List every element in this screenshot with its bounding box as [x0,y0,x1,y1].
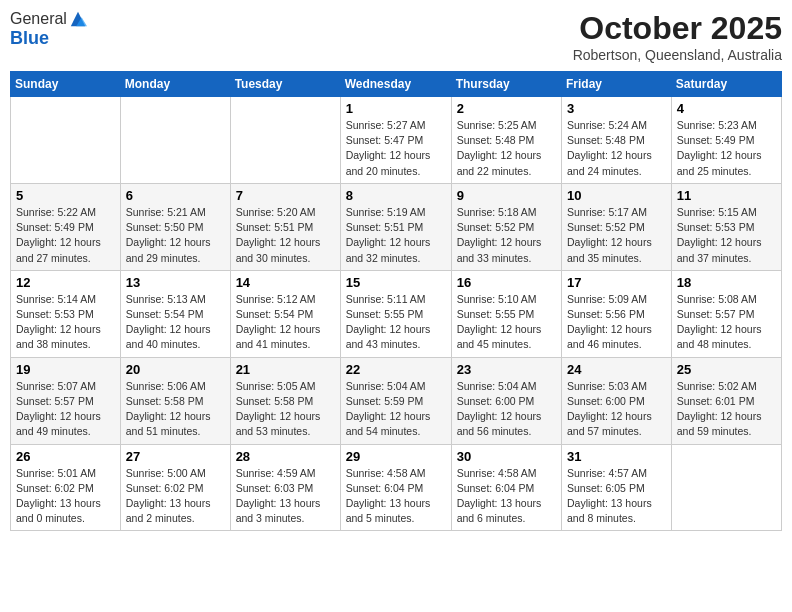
calendar-cell: 11Sunrise: 5:15 AM Sunset: 5:53 PM Dayli… [671,183,781,270]
day-number: 27 [126,449,225,464]
day-info: Sunrise: 4:59 AM Sunset: 6:03 PM Dayligh… [236,466,335,527]
day-number: 24 [567,362,666,377]
calendar-cell: 10Sunrise: 5:17 AM Sunset: 5:52 PM Dayli… [562,183,672,270]
calendar-cell: 1Sunrise: 5:27 AM Sunset: 5:47 PM Daylig… [340,97,451,184]
calendar-cell [11,97,121,184]
calendar-cell: 8Sunrise: 5:19 AM Sunset: 5:51 PM Daylig… [340,183,451,270]
day-number: 20 [126,362,225,377]
day-number: 6 [126,188,225,203]
day-info: Sunrise: 5:04 AM Sunset: 5:59 PM Dayligh… [346,379,446,440]
calendar-cell: 18Sunrise: 5:08 AM Sunset: 5:57 PM Dayli… [671,270,781,357]
page-header: General Blue October 2025 Robertson, Que… [10,10,782,63]
calendar-cell: 7Sunrise: 5:20 AM Sunset: 5:51 PM Daylig… [230,183,340,270]
weekday-header-thursday: Thursday [451,72,561,97]
day-info: Sunrise: 5:23 AM Sunset: 5:49 PM Dayligh… [677,118,776,179]
day-number: 31 [567,449,666,464]
calendar-week-row: 5Sunrise: 5:22 AM Sunset: 5:49 PM Daylig… [11,183,782,270]
calendar-cell: 30Sunrise: 4:58 AM Sunset: 6:04 PM Dayli… [451,444,561,531]
day-number: 15 [346,275,446,290]
calendar-cell: 6Sunrise: 5:21 AM Sunset: 5:50 PM Daylig… [120,183,230,270]
calendar-cell: 28Sunrise: 4:59 AM Sunset: 6:03 PM Dayli… [230,444,340,531]
calendar-cell: 25Sunrise: 5:02 AM Sunset: 6:01 PM Dayli… [671,357,781,444]
day-info: Sunrise: 5:09 AM Sunset: 5:56 PM Dayligh… [567,292,666,353]
calendar-cell: 23Sunrise: 5:04 AM Sunset: 6:00 PM Dayli… [451,357,561,444]
day-number: 11 [677,188,776,203]
day-number: 19 [16,362,115,377]
day-info: Sunrise: 5:20 AM Sunset: 5:51 PM Dayligh… [236,205,335,266]
day-number: 18 [677,275,776,290]
day-info: Sunrise: 5:13 AM Sunset: 5:54 PM Dayligh… [126,292,225,353]
day-number: 3 [567,101,666,116]
day-info: Sunrise: 5:10 AM Sunset: 5:55 PM Dayligh… [457,292,556,353]
logo: General Blue [10,10,87,49]
calendar-cell: 5Sunrise: 5:22 AM Sunset: 5:49 PM Daylig… [11,183,121,270]
calendar-cell: 2Sunrise: 5:25 AM Sunset: 5:48 PM Daylig… [451,97,561,184]
weekday-header-saturday: Saturday [671,72,781,97]
weekday-header-monday: Monday [120,72,230,97]
day-info: Sunrise: 5:25 AM Sunset: 5:48 PM Dayligh… [457,118,556,179]
calendar-cell [230,97,340,184]
calendar-cell: 24Sunrise: 5:03 AM Sunset: 6:00 PM Dayli… [562,357,672,444]
calendar-cell: 16Sunrise: 5:10 AM Sunset: 5:55 PM Dayli… [451,270,561,357]
day-info: Sunrise: 5:01 AM Sunset: 6:02 PM Dayligh… [16,466,115,527]
day-info: Sunrise: 4:57 AM Sunset: 6:05 PM Dayligh… [567,466,666,527]
weekday-header-row: SundayMondayTuesdayWednesdayThursdayFrid… [11,72,782,97]
calendar-cell: 26Sunrise: 5:01 AM Sunset: 6:02 PM Dayli… [11,444,121,531]
calendar-cell [120,97,230,184]
day-number: 23 [457,362,556,377]
calendar-cell [671,444,781,531]
day-info: Sunrise: 4:58 AM Sunset: 6:04 PM Dayligh… [457,466,556,527]
day-number: 17 [567,275,666,290]
calendar-week-row: 19Sunrise: 5:07 AM Sunset: 5:57 PM Dayli… [11,357,782,444]
day-number: 10 [567,188,666,203]
day-info: Sunrise: 5:15 AM Sunset: 5:53 PM Dayligh… [677,205,776,266]
calendar-cell: 27Sunrise: 5:00 AM Sunset: 6:02 PM Dayli… [120,444,230,531]
day-number: 2 [457,101,556,116]
day-info: Sunrise: 5:24 AM Sunset: 5:48 PM Dayligh… [567,118,666,179]
day-number: 29 [346,449,446,464]
day-number: 1 [346,101,446,116]
day-number: 25 [677,362,776,377]
day-number: 28 [236,449,335,464]
calendar-cell: 3Sunrise: 5:24 AM Sunset: 5:48 PM Daylig… [562,97,672,184]
day-info: Sunrise: 5:22 AM Sunset: 5:49 PM Dayligh… [16,205,115,266]
day-info: Sunrise: 5:04 AM Sunset: 6:00 PM Dayligh… [457,379,556,440]
day-info: Sunrise: 5:14 AM Sunset: 5:53 PM Dayligh… [16,292,115,353]
weekday-header-tuesday: Tuesday [230,72,340,97]
calendar-week-row: 26Sunrise: 5:01 AM Sunset: 6:02 PM Dayli… [11,444,782,531]
day-info: Sunrise: 5:07 AM Sunset: 5:57 PM Dayligh… [16,379,115,440]
day-number: 4 [677,101,776,116]
day-info: Sunrise: 5:19 AM Sunset: 5:51 PM Dayligh… [346,205,446,266]
day-number: 12 [16,275,115,290]
day-info: Sunrise: 5:12 AM Sunset: 5:54 PM Dayligh… [236,292,335,353]
day-info: Sunrise: 5:06 AM Sunset: 5:58 PM Dayligh… [126,379,225,440]
day-number: 26 [16,449,115,464]
calendar-cell: 31Sunrise: 4:57 AM Sunset: 6:05 PM Dayli… [562,444,672,531]
calendar-week-row: 1Sunrise: 5:27 AM Sunset: 5:47 PM Daylig… [11,97,782,184]
location-text: Robertson, Queensland, Australia [573,47,782,63]
day-number: 7 [236,188,335,203]
calendar-week-row: 12Sunrise: 5:14 AM Sunset: 5:53 PM Dayli… [11,270,782,357]
logo-general: General [10,10,67,28]
day-number: 30 [457,449,556,464]
calendar-cell: 17Sunrise: 5:09 AM Sunset: 5:56 PM Dayli… [562,270,672,357]
calendar-table: SundayMondayTuesdayWednesdayThursdayFrid… [10,71,782,531]
weekday-header-sunday: Sunday [11,72,121,97]
day-info: Sunrise: 5:03 AM Sunset: 6:00 PM Dayligh… [567,379,666,440]
day-info: Sunrise: 5:17 AM Sunset: 5:52 PM Dayligh… [567,205,666,266]
day-number: 9 [457,188,556,203]
day-info: Sunrise: 5:08 AM Sunset: 5:57 PM Dayligh… [677,292,776,353]
logo-icon [69,10,87,28]
day-info: Sunrise: 5:05 AM Sunset: 5:58 PM Dayligh… [236,379,335,440]
calendar-cell: 12Sunrise: 5:14 AM Sunset: 5:53 PM Dayli… [11,270,121,357]
day-number: 16 [457,275,556,290]
day-number: 22 [346,362,446,377]
day-number: 14 [236,275,335,290]
day-number: 8 [346,188,446,203]
day-info: Sunrise: 5:00 AM Sunset: 6:02 PM Dayligh… [126,466,225,527]
weekday-header-wednesday: Wednesday [340,72,451,97]
logo-blue: Blue [10,28,87,49]
day-info: Sunrise: 5:02 AM Sunset: 6:01 PM Dayligh… [677,379,776,440]
title-block: October 2025 Robertson, Queensland, Aust… [573,10,782,63]
calendar-cell: 21Sunrise: 5:05 AM Sunset: 5:58 PM Dayli… [230,357,340,444]
